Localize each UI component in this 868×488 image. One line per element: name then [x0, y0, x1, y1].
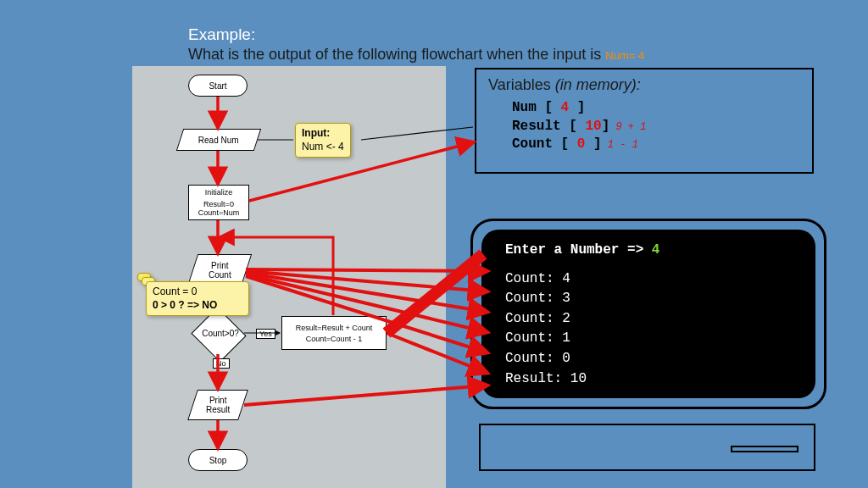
count-sticky: Count = 0 0 > 0 ? => NO: [146, 281, 249, 316]
terminal-line: Result: 10: [505, 370, 792, 389]
terminal-line: Count: 3: [505, 290, 792, 308]
initialize-node: Initialize Result=0 Count=Num: [188, 185, 249, 220]
terminal-line: Count: 2: [505, 310, 792, 329]
var-result: Result [ 10] 9 + 1: [512, 118, 800, 136]
title-block: Example: What is the output of the follo…: [188, 25, 644, 64]
no-label: No: [213, 358, 230, 369]
read-num-node: Read Num: [176, 129, 261, 151]
print-result-node: Print Result: [187, 390, 248, 420]
start-node: Start: [188, 75, 248, 97]
var-count: Count [ 0 ] 1 - 1: [512, 136, 800, 154]
input-sticky: Input: Num <- 4: [295, 123, 351, 158]
stop-node: Stop: [188, 449, 248, 471]
loop-body-node: Result=Result + Count Count=Count - 1: [281, 316, 387, 350]
variables-panel: Variables (in memory): Num [ 4 ] Result …: [475, 68, 814, 174]
terminal-line: Count: 4: [505, 270, 792, 289]
variables-title: Variables (in memory):: [488, 76, 800, 94]
decision-label: Count>0?: [200, 329, 241, 338]
terminal-screen: Enter a Number => 4 Count: 4 Count: 3 Co…: [470, 219, 826, 409]
yes-label: Yes: [256, 329, 275, 339]
flowchart-panel: [132, 66, 446, 488]
terminal-line: Count: 1: [505, 330, 792, 348]
drive-slot-icon: [731, 446, 798, 452]
var-num: Num [ 4 ]: [512, 99, 800, 118]
terminal-line: Count: 0: [505, 350, 792, 369]
question-text: What is the output of the following flow…: [188, 46, 644, 64]
computer-base: [479, 424, 815, 471]
terminal-prompt: Enter a Number => 4: [505, 241, 792, 260]
terminal-output: Enter a Number => 4 Count: 4 Count: 3 Co…: [481, 230, 815, 398]
example-heading: Example:: [188, 25, 644, 44]
